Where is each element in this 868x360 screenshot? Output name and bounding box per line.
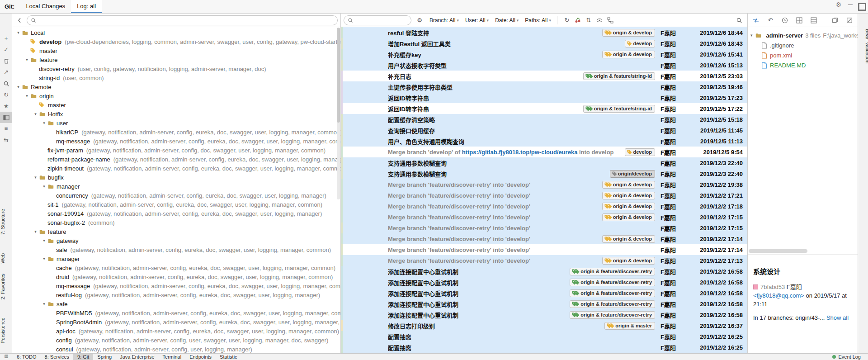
changed-files-root[interactable]: ▾ admin-server 3 files F:\java_worksp <box>748 30 858 40</box>
commit-row[interactable]: Merge branch 'feature/discover-retry' in… <box>341 244 747 255</box>
commit-row[interactable]: 返回ID转字符串F嘉阳2019/12/5 17:23 <box>341 92 747 103</box>
commit-row[interactable]: 返回ID转字符串origin & feature/string-idF嘉阳201… <box>341 103 747 114</box>
commit-row[interactable]: 查询接口使用缓存F嘉阳2019/12/5 11:45 <box>341 125 747 136</box>
statusbar-item-statistic[interactable]: Statistic <box>216 354 241 360</box>
history-icon[interactable] <box>779 15 790 25</box>
expand-arrow-icon[interactable]: ▾ <box>24 57 30 62</box>
branch-item-springbootadmin[interactable]: SpringBootAdmin(gateway, notification, a… <box>12 317 340 327</box>
commit-row[interactable]: Merge branch 'feature/discover-retry' in… <box>341 212 747 223</box>
expand-arrow-icon[interactable]: ▾ <box>15 85 22 89</box>
branch-group-manager[interactable]: ▾manager <box>12 254 340 263</box>
branch-group-local[interactable]: ▾Local <box>12 28 340 37</box>
branch-item-zipkin-timeout[interactable]: zipkin-timeout(gateway, notification, ad… <box>12 164 340 173</box>
commit-row[interactable]: 添加连接配置中心重试机制origin & feature/discover-re… <box>341 309 747 320</box>
hide-icon[interactable] <box>844 15 855 25</box>
branch-ref-pill[interactable]: origin & develop <box>602 213 655 221</box>
statusbar-item-spring[interactable]: Spring <box>93 354 116 360</box>
event-log-button[interactable]: Event Log <box>832 354 868 360</box>
branch-item-master[interactable]: master <box>12 46 340 55</box>
branch-item-concurrency[interactable]: concurrency(gateway, notification, admin… <box>12 191 340 200</box>
star-icon[interactable]: ★ <box>0 100 12 112</box>
changed-file--gitignore[interactable]: .gitignore <box>748 40 858 50</box>
statusbar-item-6-todo[interactable]: 6: TODO <box>13 354 41 360</box>
branch-group-gateway[interactable]: ▾gateway <box>12 236 340 245</box>
tab-local-changes[interactable]: Local Changes <box>20 0 71 13</box>
branch-ref-pill[interactable]: origin & develop <box>602 235 655 243</box>
branch-group-origin[interactable]: ▾origin <box>12 91 340 100</box>
check-icon[interactable]: ✓ <box>0 44 12 55</box>
branch-group-bugfix[interactable]: ▾bugfix <box>12 173 340 182</box>
expand-arrow-icon[interactable]: ▾ <box>41 121 47 125</box>
scrollbar-thumb[interactable] <box>337 28 340 123</box>
expand-arrow-icon[interactable]: ▾ <box>41 238 47 243</box>
expand-arrow-icon[interactable]: ▾ <box>32 112 39 116</box>
chevron-left-icon[interactable] <box>15 16 24 25</box>
commit-row[interactable]: 配置缓存清空策略F嘉阳2019/12/5 15:18 <box>341 114 747 125</box>
tool-button-persistence[interactable]: Persistence <box>0 317 12 343</box>
flatten-icon[interactable] <box>808 15 819 25</box>
branch-ref-pill[interactable]: origin & develop <box>602 181 655 189</box>
branch-ref-pill[interactable]: origin & feature/discover-retry <box>570 300 655 308</box>
expand-arrow-icon[interactable]: ▾ <box>41 256 47 261</box>
goto-icon[interactable] <box>750 15 761 25</box>
branch-item-string-id[interactable]: string-id(user, common) <box>12 73 340 82</box>
expand-arrow-icon[interactable]: ▾ <box>15 30 22 35</box>
commit-row[interactable]: Merge branch 'feature/discover-retry' in… <box>341 201 747 212</box>
sort-icon[interactable]: ⇅ <box>583 15 594 25</box>
expand-arrow-icon[interactable]: ▾ <box>32 175 39 180</box>
expand-arrow-icon[interactable]: ▾ <box>32 229 39 234</box>
filter-user[interactable]: User: All▾ <box>463 17 491 24</box>
minimize-icon[interactable]: ─ <box>844 1 856 13</box>
graph-options-icon[interactable] <box>605 15 616 25</box>
statusbar-item-terminal[interactable]: Terminal <box>159 354 186 360</box>
branch-group-remote[interactable]: ▾Remote <box>12 82 340 91</box>
show-all-link[interactable]: Show all <box>826 314 849 321</box>
list-icon[interactable]: ≡ <box>0 123 12 134</box>
author-email-link[interactable]: <fjy8018@qq.com> <box>753 292 804 299</box>
branch-group-manager[interactable]: ▾manager <box>12 182 340 191</box>
commit-row[interactable]: 用户状态接收字符类型F嘉阳2019/12/6 15:13 <box>341 60 747 71</box>
branch-group-feature[interactable]: ▾feature <box>12 55 340 64</box>
filter-paths[interactable]: Paths: All▾ <box>523 17 553 24</box>
commit-row[interactable]: 用户、角色支持通用模糊查询F嘉阳2019/12/5 11:13 <box>341 136 747 147</box>
branch-item-sonar-bugfix-2[interactable]: sonar-bugfix-2(common) <box>12 218 340 227</box>
commit-row[interactable]: 补充缓存keyorigin & developF嘉阳2019/12/6 15:4… <box>341 49 747 60</box>
branch-item-master[interactable]: master <box>12 100 340 109</box>
branch-ref-pill[interactable]: origin & feature/string-id <box>583 72 655 80</box>
branch-item-mq-message[interactable]: mq-message(gateway, notification, admin-… <box>12 281 340 290</box>
cherry-pick-icon[interactable] <box>572 15 583 25</box>
expand-arrow-icon[interactable]: ▾ <box>41 184 47 189</box>
branch-ref-pill[interactable]: origin & develop <box>602 203 655 210</box>
tool-button-web[interactable]: Web <box>0 253 12 263</box>
log-search-field[interactable] <box>344 15 411 25</box>
commit-row[interactable]: 添加连接配置中心重试机制origin & feature/discover-re… <box>341 288 747 298</box>
tool-button-7-structure[interactable]: 7: Structure <box>0 209 12 235</box>
branch-item-hikaricp[interactable]: hikariCP(gateway, notification, admin-se… <box>12 128 340 137</box>
commit-row[interactable]: Merge branch 'feature/discover-retry' in… <box>341 190 747 201</box>
branch-item-sit-1[interactable]: sit-1(gateway, notification, admin-serve… <box>12 200 340 209</box>
commit-row[interactable]: Merge branch 'feature/discover-retry' in… <box>341 255 747 266</box>
filter-settings-icon[interactable]: ⚙ <box>414 15 425 25</box>
expand-arrow-icon[interactable]: ▾ <box>24 94 30 98</box>
branch-search-field[interactable] <box>27 15 338 25</box>
branch-ref-pill[interactable]: origin & develop <box>602 257 655 265</box>
commit-row[interactable]: 配置抽离F嘉阳2019/12/2 16:25 <box>341 331 747 342</box>
branches-scrollbar[interactable] <box>337 28 340 199</box>
float-icon[interactable] <box>830 15 840 25</box>
branch-item-develop[interactable]: develop(pw-cloud-dependencies, logging, … <box>12 37 340 46</box>
changed-file-readme-md[interactable]: README.MD <box>748 60 858 70</box>
branch-ref-pill[interactable]: develop <box>625 148 655 156</box>
branch-ref-pill[interactable]: origin & develop <box>602 51 655 58</box>
tool-button-2-favorites[interactable]: 2: Favorites <box>0 274 12 299</box>
compare-icon[interactable]: ⇆ <box>0 134 12 146</box>
branch-item-config[interactable]: config(gateway, notification, admin-serv… <box>12 336 340 345</box>
branch-ref-pill[interactable]: origin & feature/discover-retry <box>570 289 655 297</box>
log-search-input[interactable] <box>355 17 407 24</box>
branch-ref-pill[interactable]: origin & develop <box>602 192 655 199</box>
branch-item-druid[interactable]: druid(gateway, notification, admin-serve… <box>12 272 340 281</box>
group-by-icon[interactable] <box>794 15 805 25</box>
branch-item-restful-log[interactable]: restful-log(gateway, notification, admin… <box>12 290 340 299</box>
branch-item-consul[interactable]: consul(gateway, notification, admin-serv… <box>12 345 340 353</box>
eye-icon[interactable] <box>594 15 605 25</box>
panel-icon[interactable] <box>0 112 12 123</box>
